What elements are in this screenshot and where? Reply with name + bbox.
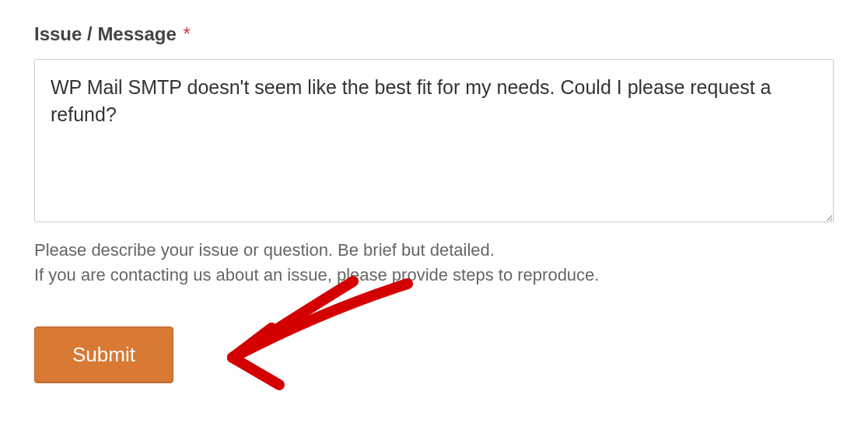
issue-message-label: Issue / Message *	[34, 23, 834, 45]
label-text: Issue / Message	[34, 23, 177, 44]
submit-button[interactable]: Submit	[34, 326, 173, 383]
issue-message-textarea[interactable]	[34, 59, 834, 222]
arrow-annotation-icon	[213, 272, 431, 404]
required-asterisk: *	[183, 23, 190, 44]
submit-row: Submit	[34, 326, 834, 383]
help-text-line2: If you are contacting us about an issue,…	[34, 263, 834, 288]
help-text: Please describe your issue or question. …	[34, 238, 834, 288]
help-text-line1: Please describe your issue or question. …	[34, 238, 834, 263]
